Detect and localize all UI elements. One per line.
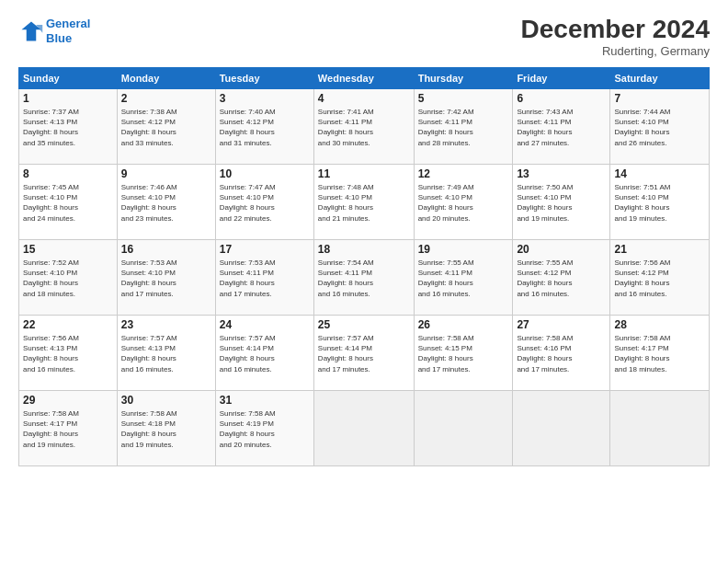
- month-title: December 2024: [521, 17, 710, 42]
- day-number: 16: [121, 243, 211, 256]
- day-info: Sunrise: 7:38 AMSunset: 4:12 PMDaylight:…: [121, 108, 177, 147]
- day-cell: 3Sunrise: 7:40 AMSunset: 4:12 PMDaylight…: [215, 89, 313, 165]
- day-info: Sunrise: 7:56 AMSunset: 4:12 PMDaylight:…: [614, 259, 670, 298]
- day-number: 8: [23, 167, 113, 180]
- day-cell: 14Sunrise: 7:51 AMSunset: 4:10 PMDayligh…: [610, 165, 710, 240]
- weekday-thursday: Thursday: [414, 68, 513, 89]
- day-info: Sunrise: 7:56 AMSunset: 4:13 PMDaylight:…: [23, 334, 79, 373]
- calendar-table: SundayMondayTuesdayWednesdayThursdayFrid…: [18, 67, 710, 466]
- day-info: Sunrise: 7:58 AMSunset: 4:15 PMDaylight:…: [418, 334, 474, 373]
- day-cell: 28Sunrise: 7:58 AMSunset: 4:17 PMDayligh…: [610, 316, 710, 391]
- day-number: 15: [23, 243, 113, 256]
- day-info: Sunrise: 7:58 AMSunset: 4:18 PMDaylight:…: [121, 409, 177, 449]
- day-cell: 31Sunrise: 7:58 AMSunset: 4:19 PMDayligh…: [215, 391, 313, 466]
- day-cell: 26Sunrise: 7:58 AMSunset: 4:15 PMDayligh…: [414, 316, 513, 391]
- week-row-5: 29Sunrise: 7:58 AMSunset: 4:17 PMDayligh…: [19, 391, 710, 466]
- day-number: 14: [614, 167, 705, 180]
- day-cell: 19Sunrise: 7:55 AMSunset: 4:11 PMDayligh…: [414, 240, 513, 316]
- page: General Blue December 2024 Ruderting, Ge…: [0, 0, 728, 563]
- day-cell: 7Sunrise: 7:44 AMSunset: 4:10 PMDaylight…: [610, 89, 710, 165]
- day-cell: 1Sunrise: 7:37 AMSunset: 4:13 PMDaylight…: [19, 89, 118, 165]
- day-cell: 9Sunrise: 7:46 AMSunset: 4:10 PMDaylight…: [117, 165, 215, 240]
- day-number: 28: [614, 318, 705, 331]
- day-cell: 5Sunrise: 7:42 AMSunset: 4:11 PMDaylight…: [414, 89, 513, 165]
- day-info: Sunrise: 7:58 AMSunset: 4:16 PMDaylight:…: [517, 334, 573, 373]
- day-info: Sunrise: 7:51 AMSunset: 4:10 PMDaylight:…: [614, 183, 670, 223]
- week-row-3: 15Sunrise: 7:52 AMSunset: 4:10 PMDayligh…: [19, 240, 710, 316]
- day-cell: 21Sunrise: 7:56 AMSunset: 4:12 PMDayligh…: [610, 240, 710, 316]
- logo-line1: General: [46, 17, 90, 30]
- day-number: 29: [23, 394, 113, 407]
- day-info: Sunrise: 7:42 AMSunset: 4:11 PMDaylight:…: [418, 108, 474, 147]
- day-cell: [513, 391, 610, 466]
- day-number: 21: [614, 243, 705, 256]
- day-number: 23: [121, 318, 211, 331]
- week-row-4: 22Sunrise: 7:56 AMSunset: 4:13 PMDayligh…: [19, 316, 710, 391]
- day-cell: 22Sunrise: 7:56 AMSunset: 4:13 PMDayligh…: [19, 316, 118, 391]
- day-info: Sunrise: 7:58 AMSunset: 4:17 PMDaylight:…: [614, 334, 670, 373]
- day-info: Sunrise: 7:48 AMSunset: 4:10 PMDaylight:…: [318, 183, 374, 223]
- day-number: 26: [418, 318, 509, 331]
- day-cell: 12Sunrise: 7:49 AMSunset: 4:10 PMDayligh…: [414, 165, 513, 240]
- day-info: Sunrise: 7:44 AMSunset: 4:10 PMDaylight:…: [614, 108, 670, 147]
- week-row-2: 8Sunrise: 7:45 AMSunset: 4:10 PMDaylight…: [19, 165, 710, 240]
- day-cell: [313, 391, 414, 466]
- day-info: Sunrise: 7:55 AMSunset: 4:12 PMDaylight:…: [517, 259, 573, 298]
- day-info: Sunrise: 7:58 AMSunset: 4:19 PMDaylight:…: [220, 409, 276, 449]
- day-info: Sunrise: 7:43 AMSunset: 4:11 PMDaylight:…: [517, 108, 573, 147]
- day-cell: 8Sunrise: 7:45 AMSunset: 4:10 PMDaylight…: [19, 165, 118, 240]
- weekday-saturday: Saturday: [610, 68, 710, 89]
- day-cell: 27Sunrise: 7:58 AMSunset: 4:16 PMDayligh…: [513, 316, 610, 391]
- day-number: 27: [517, 318, 606, 331]
- weekday-friday: Friday: [513, 68, 610, 89]
- logo-text: General Blue: [46, 17, 90, 45]
- day-info: Sunrise: 7:54 AMSunset: 4:11 PMDaylight:…: [318, 259, 374, 298]
- day-info: Sunrise: 7:50 AMSunset: 4:10 PMDaylight:…: [517, 183, 573, 223]
- day-number: 18: [318, 243, 410, 256]
- day-number: 24: [220, 318, 310, 331]
- logo-line2: Blue: [46, 31, 72, 45]
- day-cell: 13Sunrise: 7:50 AMSunset: 4:10 PMDayligh…: [513, 165, 610, 240]
- day-cell: 18Sunrise: 7:54 AMSunset: 4:11 PMDayligh…: [313, 240, 414, 316]
- logo-icon: [18, 18, 44, 44]
- weekday-header-row: SundayMondayTuesdayWednesdayThursdayFrid…: [19, 68, 710, 89]
- day-cell: [414, 391, 513, 466]
- day-number: 9: [121, 167, 211, 180]
- day-cell: 11Sunrise: 7:48 AMSunset: 4:10 PMDayligh…: [313, 165, 414, 240]
- weekday-tuesday: Tuesday: [215, 68, 313, 89]
- day-number: 25: [318, 318, 410, 331]
- day-cell: [610, 391, 710, 466]
- day-info: Sunrise: 7:57 AMSunset: 4:14 PMDaylight:…: [318, 334, 374, 373]
- day-cell: 15Sunrise: 7:52 AMSunset: 4:10 PMDayligh…: [19, 240, 118, 316]
- day-cell: 17Sunrise: 7:53 AMSunset: 4:11 PMDayligh…: [215, 240, 313, 316]
- day-cell: 23Sunrise: 7:57 AMSunset: 4:13 PMDayligh…: [117, 316, 215, 391]
- day-info: Sunrise: 7:47 AMSunset: 4:10 PMDaylight:…: [220, 183, 276, 223]
- weekday-wednesday: Wednesday: [313, 68, 414, 89]
- day-cell: 29Sunrise: 7:58 AMSunset: 4:17 PMDayligh…: [19, 391, 118, 466]
- day-number: 3: [220, 92, 310, 105]
- day-number: 17: [220, 243, 310, 256]
- day-number: 7: [614, 92, 705, 105]
- day-number: 11: [318, 167, 410, 180]
- day-number: 5: [418, 92, 509, 105]
- day-info: Sunrise: 7:41 AMSunset: 4:11 PMDaylight:…: [318, 108, 374, 147]
- header: General Blue December 2024 Ruderting, Ge…: [18, 17, 710, 58]
- day-info: Sunrise: 7:49 AMSunset: 4:10 PMDaylight:…: [418, 183, 474, 223]
- day-info: Sunrise: 7:46 AMSunset: 4:10 PMDaylight:…: [121, 183, 177, 223]
- day-number: 4: [318, 92, 410, 105]
- day-cell: 10Sunrise: 7:47 AMSunset: 4:10 PMDayligh…: [215, 165, 313, 240]
- logo: General Blue: [18, 17, 90, 45]
- day-cell: 6Sunrise: 7:43 AMSunset: 4:11 PMDaylight…: [513, 89, 610, 165]
- day-info: Sunrise: 7:52 AMSunset: 4:10 PMDaylight:…: [23, 259, 79, 298]
- day-cell: 24Sunrise: 7:57 AMSunset: 4:14 PMDayligh…: [215, 316, 313, 391]
- title-block: December 2024 Ruderting, Germany: [521, 17, 710, 58]
- day-cell: 25Sunrise: 7:57 AMSunset: 4:14 PMDayligh…: [313, 316, 414, 391]
- day-number: 31: [220, 394, 310, 407]
- day-cell: 2Sunrise: 7:38 AMSunset: 4:12 PMDaylight…: [117, 89, 215, 165]
- day-number: 22: [23, 318, 113, 331]
- day-info: Sunrise: 7:53 AMSunset: 4:11 PMDaylight:…: [220, 259, 276, 298]
- day-cell: 16Sunrise: 7:53 AMSunset: 4:10 PMDayligh…: [117, 240, 215, 316]
- day-info: Sunrise: 7:57 AMSunset: 4:14 PMDaylight:…: [220, 334, 276, 373]
- day-cell: 20Sunrise: 7:55 AMSunset: 4:12 PMDayligh…: [513, 240, 610, 316]
- location: Ruderting, Germany: [521, 44, 710, 58]
